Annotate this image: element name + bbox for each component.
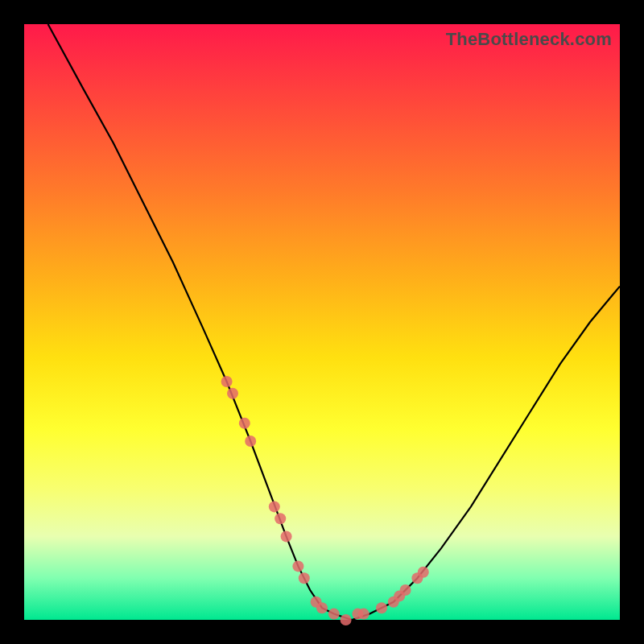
plot-area: TheBottleneck.com xyxy=(24,24,620,620)
data-marker xyxy=(245,436,256,447)
data-marker xyxy=(299,572,310,584)
data-marker xyxy=(341,614,352,625)
data-marker xyxy=(328,609,340,620)
data-marker xyxy=(292,560,303,572)
data-marker xyxy=(221,376,233,387)
data-marker xyxy=(358,609,369,620)
data-marker xyxy=(239,418,250,429)
chart-stage: TheBottleneck.com xyxy=(0,0,644,644)
data-marker xyxy=(269,501,280,512)
marker-group xyxy=(221,376,429,625)
data-marker xyxy=(316,602,328,613)
data-marker xyxy=(418,567,429,578)
curve-line xyxy=(48,24,620,620)
data-marker xyxy=(281,530,292,542)
data-marker xyxy=(400,584,411,596)
data-marker xyxy=(275,513,286,524)
chart-svg xyxy=(24,24,620,620)
data-marker xyxy=(227,388,238,399)
data-marker xyxy=(376,602,387,613)
